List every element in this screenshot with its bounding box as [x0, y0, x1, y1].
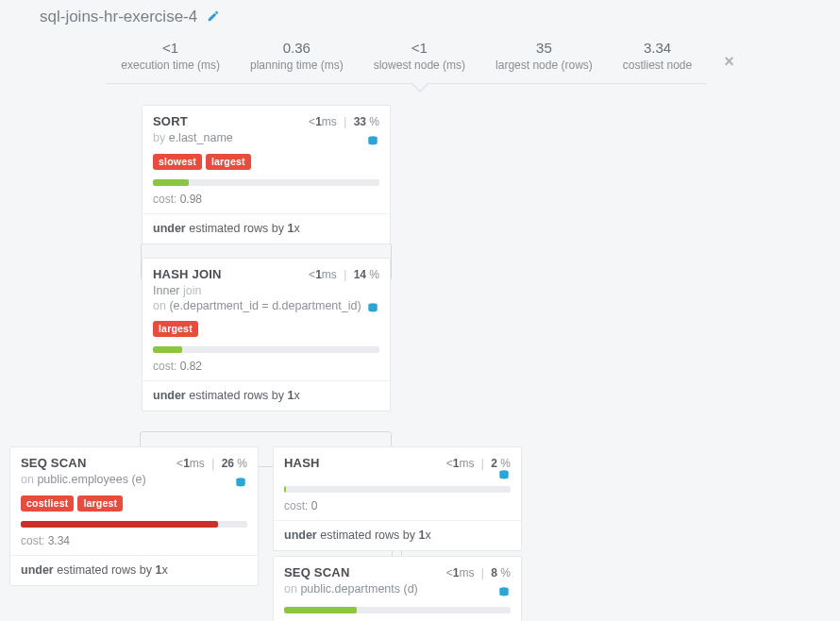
stat-value: 35	[496, 40, 593, 57]
plan-node-sort[interactable]: SORT <1ms | 33 % by e.last_name slowest …	[142, 105, 391, 244]
stats-list: <1 execution time (ms) 0.36 planning tim…	[106, 40, 707, 84]
node-estimate: under estimated rows by 1x	[143, 214, 390, 243]
stat-label: largest node (rows)	[496, 59, 593, 72]
close-icon[interactable]: ×	[724, 52, 734, 72]
stat-label: slowest node (ms)	[374, 59, 465, 72]
stat-value: <1	[374, 40, 465, 57]
plan-node-seqscan-employees[interactable]: SEQ SCAN <1ms | 26 % on public.employees…	[9, 446, 259, 586]
stats-pointer-icon	[0, 83, 840, 92]
stat-execution-time: <1 execution time (ms)	[106, 40, 235, 83]
stat-costliest-node: 3.34 costliest node	[608, 40, 707, 83]
node-op: SEQ SCAN	[21, 456, 87, 470]
disk-icon	[366, 135, 379, 148]
plan-node-hash[interactable]: HASH <1ms | 2 % cost: 0 under estimated …	[273, 446, 522, 551]
stat-slowest-node: <1 slowest node (ms)	[359, 40, 480, 83]
node-metrics: <1ms | 14 %	[309, 268, 379, 281]
node-op: SORT	[153, 114, 188, 128]
node-metrics: <1ms | 26 %	[176, 457, 247, 470]
node-estimate: under estimated rows by 1x	[143, 381, 390, 411]
stat-label: execution time (ms)	[121, 59, 220, 72]
node-detail: Inner join on (e.department_id = d.depar…	[143, 284, 390, 319]
node-estimate: under estimated rows by 1x	[274, 521, 521, 550]
node-metrics: <1ms | 33 %	[309, 115, 379, 128]
tag-slowest: slowest	[153, 154, 202, 170]
node-detail: by e.last_name	[143, 131, 390, 152]
disk-icon	[234, 477, 247, 490]
tag-largest: largest	[206, 154, 251, 170]
node-cost-bar	[143, 343, 390, 360]
disk-icon	[366, 302, 379, 315]
node-detail: on public.departments (d)	[274, 582, 521, 603]
node-cost-bar	[143, 176, 390, 193]
bar-fill	[21, 521, 218, 528]
node-tags: largest	[143, 319, 390, 343]
bar-fill	[284, 486, 286, 493]
node-op: SEQ SCAN	[284, 565, 350, 579]
tag-costliest: costliest	[21, 495, 74, 512]
stat-value: 0.36	[250, 40, 344, 57]
plan-node-seqscan-departments[interactable]: SEQ SCAN <1ms | 8 % on public.department…	[273, 556, 522, 621]
stat-planning-time: 0.36 planning time (ms)	[235, 40, 359, 83]
node-cost: cost: 0.82	[143, 360, 390, 380]
page-title-row: sql-joins-hr-exercise-4	[0, 0, 840, 26]
edit-title-icon[interactable]	[207, 9, 220, 25]
stat-label: costliest node	[623, 59, 692, 72]
tag-largest: largest	[77, 495, 123, 512]
page-title: sql-joins-hr-exercise-4	[40, 8, 197, 26]
bar-fill	[153, 179, 189, 186]
stats-bar: <1 execution time (ms) 0.36 planning tim…	[0, 40, 840, 84]
node-op: HASH	[284, 456, 320, 470]
bar-fill	[153, 346, 182, 353]
disk-icon	[497, 586, 511, 599]
stat-label: planning time (ms)	[250, 59, 344, 72]
node-cost-bar	[10, 517, 258, 534]
stat-value: <1	[121, 40, 220, 57]
node-metrics: <1ms | 2 %	[446, 457, 511, 470]
node-cost: cost: 3.34	[10, 534, 258, 555]
plan-canvas: SORT <1ms | 33 % by e.last_name slowest …	[0, 101, 840, 621]
stat-value: 3.34	[623, 40, 692, 57]
node-metrics: <1ms | 8 %	[446, 566, 511, 579]
node-cost-bar	[274, 603, 521, 620]
node-detail	[274, 473, 521, 486]
node-detail: on public.employees (e)	[10, 473, 258, 494]
node-op: HASH JOIN	[153, 267, 222, 281]
node-cost-bar	[274, 486, 521, 499]
node-estimate: under estimated rows by 1x	[10, 556, 258, 585]
bar-fill	[284, 607, 357, 613]
plan-node-hash-join[interactable]: HASH JOIN <1ms | 14 % Inner join on (e.d…	[142, 258, 391, 411]
stat-largest-node: 35 largest node (rows)	[480, 40, 608, 83]
node-cost: cost: 0	[274, 499, 521, 520]
disk-icon	[497, 469, 511, 482]
node-cost: cost: 0.98	[143, 193, 390, 213]
node-tags: costliest largest	[10, 494, 258, 517]
tag-largest: largest	[153, 321, 198, 337]
node-tags: slowest largest	[143, 152, 390, 176]
